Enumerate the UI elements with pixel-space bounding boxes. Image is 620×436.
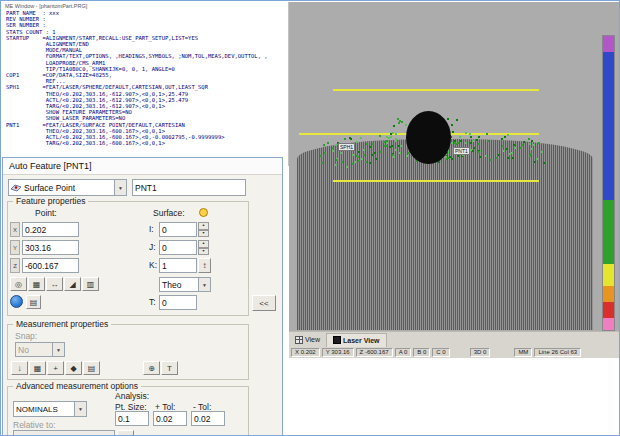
z-coordinate-input[interactable] xyxy=(22,258,79,273)
scan-dot xyxy=(470,149,472,151)
k-vector-input[interactable] xyxy=(159,258,197,273)
collapse-button[interactable]: << xyxy=(252,295,276,311)
grid-icon[interactable]: ▦ xyxy=(28,277,45,291)
plus-tol-input[interactable] xyxy=(153,411,187,426)
scan-dot xyxy=(531,148,533,150)
i-label: I: xyxy=(149,224,154,234)
scan-dot xyxy=(365,161,367,163)
relative-to-label: Relative to: xyxy=(13,420,56,430)
spinner-up-icon[interactable]: ▲ xyxy=(198,222,209,230)
j-vector-input[interactable] xyxy=(159,240,197,255)
spinner-down-icon[interactable]: ▼ xyxy=(198,230,209,238)
spinner-down-icon[interactable]: ▼ xyxy=(198,248,209,256)
x-coordinate-input[interactable] xyxy=(22,222,79,237)
text-icon[interactable]: T xyxy=(161,361,178,375)
tab-laser-view[interactable]: Laser View xyxy=(326,333,386,347)
scan-dot xyxy=(327,142,329,144)
scan-dot xyxy=(392,132,394,134)
point-cloud xyxy=(297,139,593,330)
scan-dot xyxy=(341,161,343,163)
i-vector-input[interactable] xyxy=(159,222,197,237)
scan-dot xyxy=(393,156,395,158)
scan-dot xyxy=(454,140,456,142)
j-spinner[interactable]: ▲ ▼ xyxy=(198,240,209,255)
pt-size-input[interactable] xyxy=(115,411,149,426)
scan-dot xyxy=(380,151,382,153)
view-tabbar: View Laser View xyxy=(289,331,620,347)
snap-combobox[interactable]: No ▼ xyxy=(15,342,65,357)
drop-point-icon[interactable]: ↓ xyxy=(11,361,28,375)
chevron-down-icon[interactable]: ▼ xyxy=(114,180,126,195)
scan-dot xyxy=(514,147,516,149)
scan-dot xyxy=(478,136,480,138)
scan-dot xyxy=(479,156,481,158)
scan-dot xyxy=(456,119,458,121)
scan-dot xyxy=(352,163,354,165)
scan-line-bottom xyxy=(333,180,539,182)
chevron-down-icon[interactable]: ▼ xyxy=(198,278,210,291)
scan-dot xyxy=(476,139,478,141)
measure-button[interactable] xyxy=(10,295,23,308)
scan-dot xyxy=(534,161,536,163)
scan-dot xyxy=(371,154,373,156)
i-spinner[interactable]: ▲ ▼ xyxy=(198,222,209,237)
t-value-input[interactable] xyxy=(159,295,197,310)
circle-plus-icon[interactable]: ⊕ xyxy=(143,361,160,375)
surface-normal-icon[interactable] xyxy=(199,208,208,217)
status-item: A 0 xyxy=(395,348,412,357)
scan-dot xyxy=(470,136,472,138)
laser-viewport[interactable]: SPH1 PNT1 xyxy=(289,2,620,331)
feature-label-sph1[interactable]: SPH1 xyxy=(338,143,355,151)
rows-icon[interactable]: ▤ xyxy=(83,361,100,375)
width-icon[interactable]: ↔ xyxy=(46,277,63,291)
scan-dot xyxy=(388,137,390,139)
scan-dot xyxy=(504,136,506,138)
scan-dot xyxy=(490,159,492,161)
nominals-value: NOMINALS xyxy=(16,405,58,414)
feature-type-combobox[interactable]: Surface Point ▼ xyxy=(8,179,127,196)
edit-window[interactable]: ME Window - [phantomPart.PRG] PART NAME … xyxy=(2,2,289,166)
scan-dot xyxy=(459,136,461,138)
grid-icon[interactable]: ▦ xyxy=(29,361,46,375)
corner-icon[interactable]: ◢ xyxy=(64,277,81,291)
sphere-scan-blob xyxy=(406,111,451,164)
tab-view[interactable]: View xyxy=(289,333,326,347)
scan-dot xyxy=(346,166,348,168)
x-axis-box: X xyxy=(10,222,20,237)
y-coordinate-input[interactable] xyxy=(22,240,79,255)
scan-dot xyxy=(399,152,401,154)
model-view-icon xyxy=(295,336,303,344)
tab-view-label: View xyxy=(305,336,320,343)
chevron-down-icon[interactable]: ▼ xyxy=(74,402,86,416)
plus-icon[interactable]: + xyxy=(47,361,64,375)
diamond-icon[interactable]: ◆ xyxy=(65,361,82,375)
scan-dot xyxy=(512,157,514,159)
aux-options-button[interactable]: ▤ xyxy=(26,295,41,309)
nominals-combobox[interactable]: NOMINALS ▼ xyxy=(13,401,87,417)
scan-dot xyxy=(529,143,531,145)
spinner-up-icon[interactable]: ▲ xyxy=(198,240,209,248)
feature-properties-legend: Feature properties xyxy=(13,196,88,206)
scan-dot xyxy=(384,145,386,147)
scan-dot xyxy=(513,144,515,146)
j-label: J: xyxy=(149,242,156,252)
color-scale-segment xyxy=(603,200,614,264)
status-item: Y 303.16 xyxy=(322,348,354,357)
browse-button[interactable]: ... xyxy=(117,430,134,436)
scan-dot xyxy=(528,138,530,140)
scan-dot xyxy=(445,158,447,160)
panel-icon[interactable]: ▥ xyxy=(82,277,99,291)
target-icon[interactable]: ◎ xyxy=(10,277,27,291)
scan-dot xyxy=(363,154,365,156)
scan-dot xyxy=(507,157,509,159)
flip-vector-icon[interactable]: ↕ xyxy=(198,258,211,273)
minus-tol-input[interactable] xyxy=(191,411,225,426)
color-scale-segment xyxy=(603,302,614,318)
relative-to-input[interactable] xyxy=(13,430,115,436)
feature-id-input[interactable] xyxy=(132,179,246,196)
theo-combobox[interactable]: Theo ▼ xyxy=(159,277,211,292)
chevron-down-icon[interactable]: ▼ xyxy=(52,343,64,356)
feature-label-pnt1[interactable]: PNT1 xyxy=(453,147,470,155)
scan-dot xyxy=(323,144,325,146)
status-item: C 0 xyxy=(432,348,449,357)
